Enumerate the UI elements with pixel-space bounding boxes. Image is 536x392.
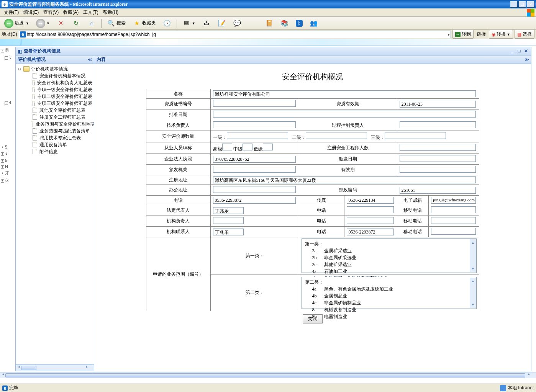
- go-button[interactable]: →转到: [452, 30, 474, 39]
- bluetooth-button[interactable]: ᛒ: [293, 18, 305, 28]
- bluetooth-icon: ᛒ: [296, 20, 303, 27]
- research-button[interactable]: 📔: [262, 18, 276, 28]
- search-button[interactable]: 🔍搜索: [104, 18, 128, 28]
- convert-button[interactable]: ◉转换▼: [489, 30, 513, 39]
- toolbar: ←后退▼ →▼ ✕ ↻ ⌂ 🔍搜索 ★收藏夹 🕓 ✉▼ 🖶 📝 💬 📔 📚 ᛒ …: [0, 17, 536, 30]
- home-icon: ⌂: [87, 19, 96, 28]
- history-icon: 🕓: [163, 19, 171, 28]
- arrow-right-icon: →: [36, 19, 45, 28]
- book-icon: 📔: [265, 19, 274, 28]
- address-input[interactable]: http://localhost:8080/aqpj/pages/frame/h…: [19, 31, 451, 38]
- discuss-icon: 💬: [233, 19, 241, 28]
- links-label[interactable]: 链接: [475, 31, 487, 38]
- ie-icon: e: [2, 1, 8, 7]
- menu-file[interactable]: 文件(F): [2, 8, 21, 16]
- window-title: 安全评价监管与咨询服务系统 - Microsoft Internet Explo…: [9, 1, 510, 8]
- search-icon: 🔍: [107, 19, 115, 28]
- go-icon: →: [455, 32, 461, 37]
- print-icon: 🖶: [202, 19, 211, 28]
- refbook-icon: 📚: [280, 19, 289, 28]
- address-label: 地址(D): [2, 31, 17, 38]
- menu-edit[interactable]: 编辑(E): [21, 8, 41, 16]
- address-bar: 地址(D) http://localhost:8080/aqpj/pages/f…: [0, 30, 536, 39]
- messenger-icon: 👥: [310, 19, 318, 28]
- star-icon: ★: [133, 19, 141, 28]
- window-title-bar: e 安全评价监管与咨询服务系统 - Microsoft Internet Exp…: [0, 0, 536, 8]
- edit-button[interactable]: 📝: [215, 18, 229, 28]
- home-button[interactable]: ⌂: [85, 18, 98, 28]
- history-button[interactable]: 🕓: [160, 18, 174, 28]
- menu-view[interactable]: 查看(V): [41, 8, 61, 16]
- select-icon: ▦: [517, 32, 521, 37]
- close-button[interactable]: ✕: [527, 1, 534, 8]
- ref-button[interactable]: 📚: [278, 18, 292, 28]
- mail-button[interactable]: ✉▼: [180, 18, 198, 28]
- stop-icon: ✕: [57, 19, 65, 28]
- forward-button[interactable]: →▼: [33, 18, 52, 28]
- select-button[interactable]: ▦选择: [515, 30, 534, 39]
- mail-icon: ✉: [182, 19, 191, 28]
- menu-help[interactable]: 帮助(H): [101, 8, 121, 16]
- menu-bar: 文件(F) 编辑(E) 查看(V) 收藏(A) 工具(T) 帮助(H): [0, 8, 536, 17]
- discuss-button[interactable]: 💬: [230, 18, 244, 28]
- back-button[interactable]: ←后退▼: [2, 18, 32, 28]
- favorites-button[interactable]: ★收藏夹: [130, 18, 159, 28]
- restore-button[interactable]: ❐: [518, 1, 526, 8]
- arrow-left-icon: ←: [4, 19, 13, 28]
- refresh-button[interactable]: ↻: [69, 18, 83, 28]
- menu-tools[interactable]: 工具(T): [81, 8, 100, 16]
- edit-icon: 📝: [218, 19, 226, 28]
- minimize-button[interactable]: _: [510, 1, 518, 8]
- brand-logo: [519, 9, 534, 16]
- print-button[interactable]: 🖶: [200, 18, 213, 28]
- stop-button[interactable]: ✕: [54, 18, 68, 28]
- messenger-button[interactable]: 👥: [307, 18, 321, 28]
- convert-icon: ◉: [492, 32, 495, 37]
- refresh-icon: ↻: [72, 19, 80, 28]
- menu-favorites[interactable]: 收藏(A): [61, 8, 81, 16]
